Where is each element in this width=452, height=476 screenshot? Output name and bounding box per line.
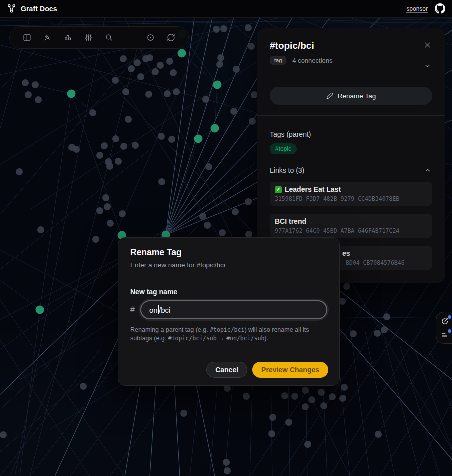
queue-button[interactable] bbox=[440, 330, 450, 340]
chevron-down-icon bbox=[424, 62, 431, 70]
unplug-icon bbox=[43, 33, 52, 42]
graph-node bbox=[164, 90, 171, 97]
graph-node bbox=[168, 136, 175, 143]
connections-count: 4 connections bbox=[292, 57, 423, 64]
app-title: Graft Docs bbox=[21, 5, 57, 13]
graph-node bbox=[96, 207, 103, 214]
rename-tag-dialog: Rename Tag Enter a new name for #topic/b… bbox=[118, 237, 340, 386]
graph-node bbox=[230, 108, 237, 115]
graph-node bbox=[318, 389, 325, 396]
graph-node bbox=[120, 143, 127, 150]
input-text-before-caret: on bbox=[149, 306, 158, 314]
rename-tag-button[interactable]: Rename Tag bbox=[270, 87, 432, 105]
graph-node-tagged bbox=[211, 124, 219, 133]
graph-node bbox=[132, 142, 139, 149]
link-item[interactable]: BCI trend977A1762-64C0-45BD-A7BA-646FAB7… bbox=[270, 214, 432, 238]
stats-button[interactable] bbox=[64, 33, 72, 42]
parent-tags-heading: Tags (parent) bbox=[270, 130, 432, 138]
focus-node-button[interactable] bbox=[146, 33, 155, 42]
graph-node bbox=[281, 392, 288, 399]
graph-node bbox=[128, 65, 135, 72]
new-tag-input[interactable]: on/bci bbox=[140, 300, 327, 319]
link-title: BCI trend bbox=[275, 217, 306, 226]
graph-node-tagged bbox=[178, 49, 186, 58]
panel-divider bbox=[257, 115, 445, 116]
graph-node bbox=[232, 208, 239, 215]
graph-node bbox=[374, 330, 381, 337]
graph-node bbox=[115, 158, 122, 165]
panel-title: #topic/bci bbox=[270, 40, 314, 51]
graph-node bbox=[329, 393, 336, 400]
graph-node bbox=[122, 88, 129, 95]
graph-node bbox=[224, 467, 231, 474]
link-item[interactable]: ✓Leaders Eat Last315981FD-F3D7-482B-9279… bbox=[270, 182, 432, 206]
sponsor-link[interactable]: sponsor bbox=[406, 5, 428, 12]
graph-node bbox=[16, 168, 23, 175]
hash-prefix: # bbox=[130, 305, 135, 314]
filters-button[interactable] bbox=[84, 33, 93, 42]
unplug-button[interactable] bbox=[43, 33, 52, 42]
graph-node bbox=[308, 396, 315, 403]
graph-node bbox=[73, 146, 80, 153]
graph-node bbox=[302, 387, 309, 394]
link-title: Leaders Eat Last bbox=[285, 185, 341, 194]
history-button[interactable] bbox=[440, 316, 450, 326]
app-logo-icon bbox=[7, 4, 16, 13]
graph-node bbox=[37, 226, 44, 233]
graph-node bbox=[245, 24, 252, 31]
link-uuid: 315981FD-F3D7-482B-9279-CC4DB34078EB bbox=[275, 195, 427, 202]
graph-node bbox=[320, 402, 327, 409]
graph-node bbox=[219, 229, 226, 236]
graph-node bbox=[375, 431, 382, 438]
notification-dot bbox=[448, 329, 451, 333]
graph-node bbox=[223, 459, 230, 466]
notification-dot bbox=[448, 315, 451, 319]
side-widget bbox=[436, 312, 452, 344]
graph-node bbox=[89, 109, 96, 116]
new-tag-name-label: New tag name bbox=[130, 288, 327, 296]
graph-node bbox=[101, 142, 108, 149]
close-panel-button[interactable] bbox=[423, 40, 432, 50]
chevron-up-icon bbox=[424, 167, 431, 174]
preview-changes-button[interactable]: Preview Changes bbox=[252, 362, 328, 378]
graph-node bbox=[96, 152, 103, 159]
rename-helper-text: Renaming a parent tag (e.g. #topic/bci) … bbox=[130, 326, 327, 343]
graph-node bbox=[22, 79, 29, 86]
graph-node bbox=[92, 236, 99, 243]
close-icon bbox=[424, 41, 431, 49]
link-title: es bbox=[342, 249, 350, 258]
dialog-subtitle: Enter a new name for #topic/bci bbox=[130, 261, 327, 269]
graph-node bbox=[32, 81, 39, 88]
search-button[interactable] bbox=[105, 33, 113, 42]
graph-node bbox=[0, 431, 7, 438]
link-uuid: -BD04-CB7084576B46 bbox=[342, 259, 427, 266]
graph-node bbox=[157, 62, 164, 69]
graph-node bbox=[249, 118, 256, 125]
graph-node bbox=[285, 419, 292, 426]
graph-node bbox=[204, 222, 211, 229]
graph-node bbox=[350, 330, 357, 337]
refresh-icon bbox=[167, 33, 175, 42]
graph-node bbox=[107, 220, 114, 227]
check-emoji: ✓ bbox=[275, 186, 282, 193]
graph-node bbox=[205, 163, 212, 170]
cancel-button[interactable]: Cancel bbox=[206, 362, 247, 378]
graph-toolbar bbox=[9, 26, 189, 49]
expand-details-button[interactable] bbox=[423, 61, 432, 71]
input-text-after-caret: /bci bbox=[159, 306, 170, 314]
tag-type-badge: tag bbox=[270, 56, 286, 65]
refresh-layout-button[interactable] bbox=[167, 33, 175, 42]
search-icon bbox=[105, 33, 113, 42]
parent-tag-pill[interactable]: #topic bbox=[270, 143, 297, 154]
rename-tag-button-label: Rename Tag bbox=[338, 92, 376, 100]
github-link[interactable] bbox=[435, 3, 445, 14]
toggle-sidebar-button[interactable] bbox=[23, 33, 31, 42]
graph-node bbox=[339, 395, 346, 402]
app-header: Graft Docs sponsor bbox=[0, 0, 452, 18]
collapse-links-button[interactable] bbox=[423, 166, 432, 175]
graph-node bbox=[134, 59, 141, 66]
graph-node bbox=[180, 410, 187, 417]
graph-node-tagged bbox=[213, 81, 222, 89]
graph-node bbox=[341, 384, 348, 391]
graph-node bbox=[217, 54, 224, 61]
